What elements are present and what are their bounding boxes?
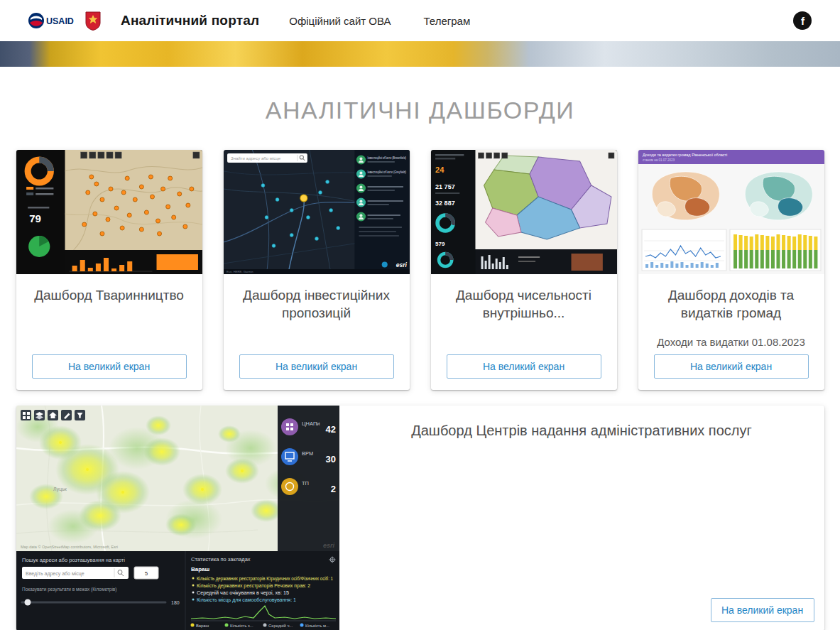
address-search-label: Пошук адреси або розташування на карті xyxy=(22,557,125,563)
cnap-card-body: Дашборд Центрів надання адміністративних… xyxy=(339,406,824,630)
open-fullscreen-button[interactable]: На великий екран xyxy=(239,354,394,379)
portal-title[interactable]: Аналітичний портал xyxy=(121,13,259,28)
incomes-map xyxy=(652,172,719,220)
radius-value: 5 xyxy=(144,570,148,577)
open-fullscreen-button[interactable]: На великий екран xyxy=(32,354,187,379)
stat-label-tp: ТП xyxy=(302,480,309,487)
dashboard-cards-grid: 79 Дашборд Тваринництво На великий екран xyxy=(16,150,824,390)
card-idp[interactable]: 24 21 757 32 887 579 xyxy=(431,150,617,390)
city-label: Луцьк xyxy=(53,487,67,492)
stat-value-vrm: 30 xyxy=(325,454,335,465)
flag-banner-image xyxy=(0,41,840,67)
search-placeholder: Знайти адресу або місце xyxy=(231,156,281,161)
stacked-bar-chart xyxy=(729,229,820,271)
facebook-icon[interactable]: f xyxy=(793,11,812,30)
esri-logo: esri xyxy=(396,261,407,268)
top-navigation-bar: USAID Аналітичний портал Офіційний сайт … xyxy=(0,0,840,41)
map-toolbar xyxy=(21,410,85,420)
card-title: Дашборд Тваринництво xyxy=(16,274,202,304)
stat-1: 21 757 xyxy=(435,183,455,190)
legend-line-1: Інвестиційні об'єкти (Brownfield) xyxy=(367,156,406,160)
legend-line-3: Середній час очікування в черзі, хв: 15 xyxy=(197,590,290,596)
map-credits: Esri, HERE, Garmin xyxy=(227,271,253,274)
bottom-panel xyxy=(475,249,617,274)
stat-2: 32 887 xyxy=(435,200,455,207)
card-title: Дашборд чисельності внутрішньо... xyxy=(431,274,617,322)
cnap-icon xyxy=(281,418,298,435)
stat-3: 579 xyxy=(435,241,445,247)
thumbnail-cnap-dashboard[interactable]: Луцьк ЦНАПи 42 ВРМ xyxy=(16,406,339,630)
chip-2: Кількість з... xyxy=(230,624,253,628)
map-search-bar: Знайти адресу або місце xyxy=(227,153,307,163)
legend-line-4: Кількість місць для самообслуговування: … xyxy=(197,597,297,603)
stat-value-cnap: 42 xyxy=(325,424,335,435)
main-nav: Офіційний сайт ОВА Телеграм xyxy=(289,15,470,27)
usaid-text: USAID xyxy=(46,16,74,26)
thumbnail-idp-dashboard[interactable]: 24 21 757 32 887 579 xyxy=(431,150,617,274)
radius-slider-handle[interactable] xyxy=(24,599,31,606)
stat-label-cnap: ЦНАПи xyxy=(302,420,320,427)
card-investment[interactable]: Знайти адресу або місце Інвестиційні об'… xyxy=(224,150,410,390)
card-title: Дашборд Центрів надання адміністративних… xyxy=(339,423,824,439)
card-subtitle: Доходи та видатки 01.08.2023 xyxy=(638,336,824,348)
tp-icon xyxy=(281,478,298,495)
thumbnail-investment-dashboard[interactable]: Знайти адресу або місце Інвестиційні об'… xyxy=(224,150,410,274)
legend-line-1: Кількість державних реєстраторів Юридичн… xyxy=(197,576,333,582)
radius-slider-label: Показувати результати в межах (Кілометрі… xyxy=(22,587,117,592)
thumb-header-date: станом на 01.07.2023 xyxy=(643,159,675,163)
draw-icon[interactable] xyxy=(61,410,72,420)
vrm-icon xyxy=(281,448,298,465)
card-livestock[interactable]: 79 Дашборд Тваринництво На великий екран xyxy=(16,150,202,390)
card-title: Дашборд доходів та видатків громад xyxy=(638,274,824,322)
stats-panel-title: Статистика по закладах xyxy=(191,556,251,563)
stat-small: 24 xyxy=(435,165,444,174)
address-search-placeholder: Введіть адресу або місце xyxy=(26,571,84,577)
stat-label-vrm: ВРМ xyxy=(302,450,313,457)
open-fullscreen-button[interactable]: На великий екран xyxy=(654,354,809,379)
chip-1: Вараш xyxy=(196,624,209,628)
legend-line-2: Кількість державних реєстраторів Речових… xyxy=(197,583,311,589)
cnap-stats-panel: ЦНАПи 42 ВРМ 30 ТП 2 xyxy=(278,406,339,551)
map-attribution: Map data © OpenStreetMap contributors, M… xyxy=(21,545,118,549)
page-title: АНАЛІТИЧНІ ДАШБОРДИ xyxy=(16,97,824,124)
thumb-header-title: Доходи та видатки громад Рівненської обл… xyxy=(643,153,727,158)
nav-link-telegram[interactable]: Телеграм xyxy=(424,15,471,27)
chip-4: Кількість м... xyxy=(305,624,329,628)
bottom-bar-chart xyxy=(65,250,202,274)
bottom-dark-panel: Пошук адреси або розташування на карті В… xyxy=(16,551,339,630)
card-cnap[interactable]: Луцьк ЦНАПи 42 ВРМ xyxy=(16,406,824,630)
expenses-map xyxy=(745,172,812,220)
card-budget[interactable]: Доходи та видатки громад Рівненської обл… xyxy=(638,150,824,390)
card-title: Дашборд інвестиційних пропозицій xyxy=(224,274,410,322)
selected-region: Вараш xyxy=(191,566,210,572)
thumbnail-budget-dashboard[interactable]: Доходи та видатки громад Рівненської обл… xyxy=(638,150,824,274)
coat-of-arms-icon xyxy=(85,11,101,31)
usaid-logo: USAID xyxy=(27,10,74,31)
main-content: АНАЛІТИЧНІ ДАШБОРДИ xyxy=(16,97,824,630)
choropleth-map xyxy=(475,150,617,249)
chip-3: Середній ч... xyxy=(268,624,293,628)
open-fullscreen-button[interactable]: На великий екран xyxy=(447,354,601,379)
nav-link-official-site[interactable]: Офіційний сайт ОВА xyxy=(289,15,391,27)
open-fullscreen-button[interactable]: На великий екран xyxy=(711,598,814,622)
line-chart xyxy=(642,229,726,271)
thumbnail-livestock-dashboard[interactable]: 79 xyxy=(16,150,202,274)
counter-value: 79 xyxy=(29,212,41,224)
highlighted-point xyxy=(300,195,307,202)
stat-value-tp: 2 xyxy=(330,484,335,494)
legend-panel: Інвестиційні об'єкти (Brownfield) Інвест… xyxy=(354,150,410,274)
purple-header: Доходи та видатки громад Рівненської обл… xyxy=(638,150,824,164)
radius-slider-max: 180 xyxy=(171,600,180,605)
legend-line-2: Інвестиційні об'єкти (Greyfield) xyxy=(367,170,406,174)
esri-logo: esri xyxy=(322,542,334,549)
